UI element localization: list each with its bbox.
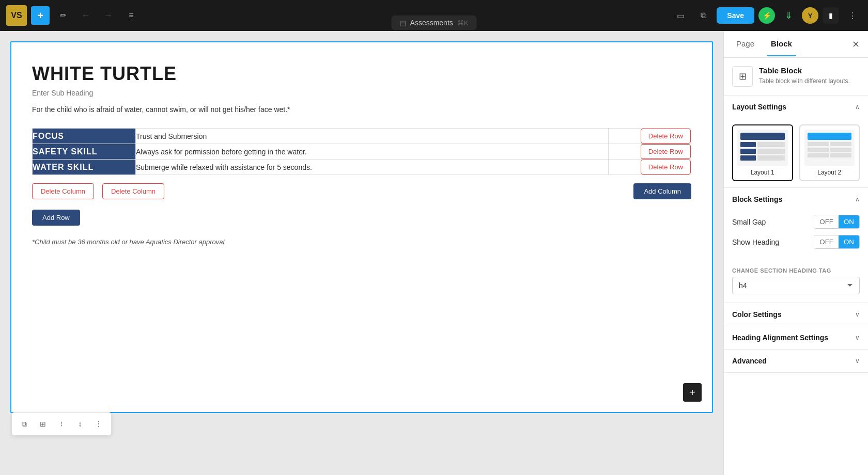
show-heading-off-btn[interactable]: OFF — [814, 235, 839, 248]
advanced-title: Advanced — [732, 357, 767, 365]
row-label-3: WATER SKILL — [33, 160, 136, 175]
footer-note: *Child must be 36 months old or have Aqu… — [32, 238, 691, 246]
color-settings-header[interactable]: Color Settings ∨ — [724, 303, 868, 326]
main-layout: WHITE TURTLE Enter Sub Heading For the c… — [0, 31, 868, 475]
show-heading-toggle[interactable]: OFF ON — [814, 235, 860, 249]
advanced-chevron-icon: ∨ — [855, 357, 860, 365]
table-block: FOCUS Trust and Submersion Delete Row SA… — [32, 128, 691, 175]
document-name-bar[interactable]: ▤ Assessments ⌘K — [392, 15, 477, 30]
layout-2-option[interactable]: Layout 2 — [799, 124, 860, 181]
row-action-3: Delete Row — [609, 160, 691, 175]
small-gap-setting: Small Gap OFF ON — [732, 215, 860, 229]
row-content-1[interactable]: Trust and Submersion — [136, 129, 609, 144]
toolbar-right: ▭ ⧉ Save ⚡ ⇓ Y ▮ ⋮ — [671, 6, 862, 25]
delete-col-2-btn[interactable]: Delete Column — [102, 183, 164, 199]
block-heading[interactable]: WHITE TURTLE — [32, 63, 691, 85]
layout-options: Layout 1 Layout 2 — [724, 118, 868, 187]
layout-1-option[interactable]: Layout 1 — [732, 124, 793, 181]
bolt-icon: ⚡ — [758, 7, 775, 24]
download-button[interactable]: ⇓ — [779, 6, 798, 25]
layout-settings-header[interactable]: Layout Settings ∧ — [724, 96, 868, 118]
table-view-btn[interactable]: ⊞ — [35, 416, 51, 432]
block-settings-content: Small Gap OFF ON Show Heading OFF ON — [724, 211, 868, 263]
block-settings-chevron-icon: ∧ — [855, 196, 860, 203]
page-block: WHITE TURTLE Enter Sub Heading For the c… — [10, 41, 713, 413]
external-link-btn[interactable]: ⧉ — [694, 6, 712, 25]
section-tag-label: CHANGE SECTION HEADING TAG — [724, 263, 868, 277]
panel-toggle-btn[interactable]: ▮ — [823, 7, 839, 24]
layout-settings-section: Layout Settings ∧ Layout 1 — [724, 96, 868, 188]
logo-badge: VS — [6, 5, 27, 26]
user-badge: Y — [802, 7, 818, 24]
block-type-desc: Table block with different layouts. — [759, 77, 850, 86]
table-row: FOCUS Trust and Submersion Delete Row — [33, 129, 691, 144]
copy-block-btn[interactable]: ⧉ — [16, 416, 33, 432]
row-label-1: FOCUS — [33, 129, 136, 144]
block-bottom-toolbar: ⧉ ⊞ ⁝ ↕ ⋮ — [11, 412, 112, 436]
more-block-options-btn[interactable]: ⋮ — [90, 416, 107, 432]
add-row-btn[interactable]: Add Row — [32, 210, 80, 226]
color-settings-section: Color Settings ∨ — [724, 303, 868, 326]
color-settings-chevron-icon: ∨ — [855, 311, 860, 318]
add-col-btn[interactable]: Add Column — [633, 183, 691, 199]
monitor-icon-btn[interactable]: ▭ — [671, 6, 690, 25]
table-footer: Delete Column Delete Column Add Column — [32, 183, 691, 199]
document-name: Assessments — [410, 19, 453, 27]
block-settings-title: Block Settings — [732, 195, 782, 203]
delete-col-1-btn[interactable]: Delete Column — [32, 183, 94, 199]
heading-alignment-header[interactable]: Heading Alignment Settings ∨ — [724, 326, 868, 349]
block-info-text: Table Block Table block with different l… — [759, 66, 850, 86]
more-options-btn[interactable]: ⋮ — [843, 6, 862, 25]
panel-close-btn[interactable]: ✕ — [852, 39, 860, 50]
block-type-icon: ⊞ — [732, 66, 753, 87]
heading-alignment-chevron-icon: ∨ — [855, 334, 860, 341]
drag-handle-btn[interactable]: ⁝ — [53, 416, 70, 432]
table-row: WATER SKILL Submerge while relaxed with … — [33, 160, 691, 175]
undo-button[interactable]: ← — [76, 6, 95, 25]
small-gap-toggle[interactable]: OFF ON — [814, 215, 860, 229]
color-settings-title: Color Settings — [732, 310, 782, 319]
shortcut-hint: ⌘K — [457, 19, 469, 27]
move-block-btn[interactable]: ↕ — [72, 416, 88, 432]
redo-button[interactable]: → — [99, 6, 118, 25]
heading-alignment-section: Heading Alignment Settings ∨ — [724, 326, 868, 350]
edit-button[interactable]: ✏ — [54, 6, 72, 25]
show-heading-label: Show Heading — [732, 238, 779, 246]
heading-tag-select[interactable]: h1 h2 h3 h4 h5 h6 — [732, 277, 860, 294]
menu-button[interactable]: ≡ — [122, 6, 141, 25]
tab-block[interactable]: Block — [767, 32, 796, 56]
row-content-2[interactable]: Always ask for permission before getting… — [136, 144, 609, 160]
layout-settings-title: Layout Settings — [732, 103, 786, 111]
small-gap-off-btn[interactable]: OFF — [814, 215, 839, 228]
small-gap-on-btn[interactable]: ON — [839, 215, 859, 228]
layout-1-preview — [737, 130, 788, 166]
main-toolbar: VS + ✏ ← → ≡ ▤ Assessments ⌘K ▭ ⧉ Save ⚡… — [0, 0, 868, 31]
right-panel: Page Block ✕ ⊞ Table Block Table block w… — [723, 31, 868, 475]
delete-row-3-btn[interactable]: Delete Row — [641, 160, 691, 175]
show-heading-on-btn[interactable]: ON — [839, 235, 859, 248]
delete-row-2-btn[interactable]: Delete Row — [641, 144, 691, 159]
block-subheading[interactable]: Enter Sub Heading — [32, 89, 691, 97]
heading-alignment-title: Heading Alignment Settings — [732, 334, 828, 342]
layout-1-label: Layout 1 — [737, 169, 788, 176]
layout-2-preview — [804, 130, 855, 166]
tab-page[interactable]: Page — [732, 32, 758, 56]
block-description: For the child who is afraid of water, ca… — [32, 105, 691, 114]
plus-add-btn[interactable]: + — [683, 383, 702, 402]
row-action-2: Delete Row — [609, 144, 691, 160]
block-settings-header[interactable]: Block Settings ∧ — [724, 188, 868, 211]
panel-block-info: ⊞ Table Block Table block with different… — [724, 58, 868, 96]
advanced-section: Advanced ∨ — [724, 350, 868, 373]
save-button[interactable]: Save — [717, 7, 754, 24]
panel-tabs: Page Block ✕ — [724, 31, 868, 58]
advanced-header[interactable]: Advanced ∨ — [724, 350, 868, 372]
table-row: SAFETY SKILL Always ask for permission b… — [33, 144, 691, 160]
heading-tag-dropdown-wrap: h1 h2 h3 h4 h5 h6 — [724, 277, 868, 303]
row-content-3[interactable]: Submerge while relaxed with assistance f… — [136, 160, 609, 175]
block-type-name: Table Block — [759, 66, 850, 75]
add-button[interactable]: + — [31, 6, 50, 25]
small-gap-label: Small Gap — [732, 218, 766, 226]
delete-row-1-btn[interactable]: Delete Row — [641, 129, 691, 144]
layout-2-label: Layout 2 — [804, 169, 855, 176]
show-heading-setting: Show Heading OFF ON — [732, 235, 860, 249]
